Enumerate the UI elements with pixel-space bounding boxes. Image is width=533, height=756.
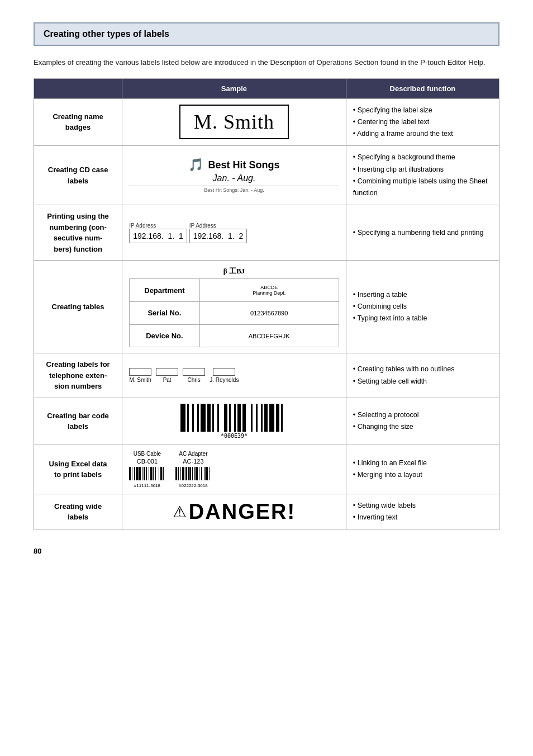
phone-label-1: M. Smith: [129, 377, 151, 383]
excel-num-1: CB-001: [137, 458, 158, 465]
ip-label-1: IP Address: [129, 223, 156, 229]
excel-num-2: AC-123: [183, 458, 203, 465]
t-cell-device: Device No.: [130, 324, 199, 347]
t-cell-serial-val: 01234567890: [199, 302, 339, 325]
table-header-text: β 工BJ: [129, 266, 339, 276]
numbering-sample: IP Address 192.168. 1. 1 IP Address 192.…: [129, 223, 339, 243]
row-sample-3: β 工BJ Department ABCDEPlanning Dept. Ser…: [122, 261, 346, 353]
function-item-4-0: Creating tables with no outlines: [353, 363, 492, 375]
function-item-1-2: Combining multiple labels using the Shee…: [353, 176, 492, 200]
function-item-0-2: Adding a frame around the text: [353, 128, 492, 140]
excel-sub-2: #022222-3618: [179, 483, 208, 488]
page-header: Creating other types of labels: [34, 22, 499, 46]
row-label-7: Creating widelabels: [34, 494, 122, 530]
ip-box-1: 192.168. 1. 1: [129, 229, 187, 243]
function-item-0-0: Specifying the label size: [353, 105, 492, 116]
wide-icon: ⚠: [173, 503, 187, 521]
function-item-5-0: Selecting a protocol: [353, 409, 492, 421]
wide-inner: ⚠ DANGER!: [173, 500, 296, 524]
row-label-5: Creating bar codelabels: [34, 398, 122, 445]
excel-barcode-2: [175, 466, 212, 481]
phone-rect-1: [129, 368, 151, 376]
table-sample: β 工BJ Department ABCDEPlanning Dept. Ser…: [129, 266, 339, 347]
col3-header: Described function: [346, 78, 499, 98]
row-sample-2: IP Address 192.168. 1. 1 IP Address 192.…: [122, 205, 346, 261]
t-cell-device-val: ABCDEFGHJK: [199, 324, 339, 347]
row-label-2: Printing using thenumbering (con-secutiv…: [34, 205, 122, 261]
row-functions-3: Inserting a tableCombining cellsTyping t…: [346, 261, 499, 353]
barcode-sample: *000E39*: [129, 404, 339, 439]
phone-rect-4: [213, 368, 235, 376]
ip-box-2: 192.168. 1. 2: [189, 229, 248, 243]
intro-text: Examples of creating the various labels …: [34, 57, 499, 68]
row-sample-5: *000E39*: [122, 398, 346, 445]
row-label-0: Creating namebadges: [34, 98, 122, 146]
barcode-text: *000E39*: [221, 433, 248, 439]
excel-sample: USB Cable CB-001 #11111-3618 AC Adapter …: [129, 451, 339, 488]
phone-cell-1: M. Smith: [129, 368, 151, 383]
phone-label-4: J. Reynolds: [210, 377, 239, 383]
wide-sample: ⚠ DANGER!: [129, 500, 339, 524]
row-functions-6: Linking to an Excel fileMerging into a l…: [346, 445, 499, 494]
excel-block-2: AC Adapter AC-123 #022222-3618: [175, 451, 212, 488]
phone-label-2: Pat: [163, 377, 172, 383]
cd-case-sample: 🎵 Best Hit Songs Jan. - Aug. Best Hit So…: [129, 158, 339, 193]
row-label-6: Using Excel datato print labels: [34, 445, 122, 494]
function-item-6-0: Linking to an Excel file: [353, 457, 492, 469]
phone-rect-3: [183, 368, 205, 376]
name-badge-sample: M. Smith: [179, 105, 289, 139]
row-label-1: Creating CD caselabels: [34, 146, 122, 205]
col2-header: Sample: [122, 78, 346, 98]
excel-title-1: USB Cable: [134, 451, 161, 457]
function-item-2-0: Specifying a numbering field and printin…: [353, 227, 492, 239]
excel-barcode-1: [129, 466, 165, 481]
page-title: Creating other types of labels: [44, 29, 489, 39]
row-label-3: Creating tables: [34, 261, 122, 353]
phone-cell-2: Pat: [156, 368, 178, 383]
barcode-bars: [180, 404, 288, 432]
function-item-7-1: Inverting text: [353, 512, 492, 523]
function-item-3-1: Combining cells: [353, 301, 492, 313]
function-item-1-0: Specifying a background theme: [353, 152, 492, 163]
t-cell-serial: Serial No.: [130, 302, 199, 325]
main-table: Sample Described function Creating nameb…: [34, 78, 499, 530]
function-item-0-1: Centering the label text: [353, 116, 492, 128]
row-functions-5: Selecting a protocolChanging the size: [346, 398, 499, 445]
phone-rect-2: [156, 368, 178, 376]
row-sample-7: ⚠ DANGER!: [122, 494, 346, 530]
phone-label-3: Chris: [187, 377, 200, 383]
col1-header: [34, 78, 122, 98]
function-item-4-1: Setting table cell width: [353, 376, 492, 388]
function-item-7-0: Setting wide labels: [353, 500, 492, 512]
excel-sub-1: #11111-3618: [134, 483, 160, 488]
row-functions-4: Creating tables with no outlinesSetting …: [346, 353, 499, 398]
phone-cell-4: J. Reynolds: [210, 368, 239, 383]
excel-block-1: USB Cable CB-001 #11111-3618: [129, 451, 165, 488]
sample-inner-table: Department ABCDEPlanning Dept. Serial No…: [129, 278, 339, 347]
row-sample-0: M. Smith: [122, 98, 346, 146]
phone-sample: M. Smith Pat Chris J. Reynolds: [129, 368, 339, 383]
ip-label-2: IP Address: [189, 223, 216, 229]
function-item-3-0: Inserting a table: [353, 289, 492, 301]
t-cell-dept-val: ABCDEPlanning Dept.: [199, 279, 339, 302]
excel-title-2: AC Adapter: [179, 451, 207, 457]
cd-subtitle: Jan. - Aug.: [213, 173, 256, 183]
phone-cell-3: Chris: [183, 368, 205, 383]
row-functions-2: Specifying a numbering field and printin…: [346, 205, 499, 261]
wide-text: DANGER!: [189, 500, 296, 524]
t-cell-dept: Department: [130, 279, 199, 302]
row-functions-7: Setting wide labelsInverting text: [346, 494, 499, 530]
cd-icon: 🎵: [188, 158, 203, 172]
row-sample-6: USB Cable CB-001 #11111-3618 AC Adapter …: [122, 445, 346, 494]
row-label-4: Creating labels fortelephone exten-sion …: [34, 353, 122, 398]
page-number: 80: [34, 547, 499, 555]
cd-title: Best Hit Songs: [208, 159, 279, 171]
function-item-3-2: Typing text into a table: [353, 313, 492, 324]
row-sample-4: M. Smith Pat Chris J. Reynolds: [122, 353, 346, 398]
function-item-6-1: Merging into a layout: [353, 469, 492, 481]
function-item-5-1: Changing the size: [353, 421, 492, 433]
row-functions-0: Specifying the label sizeCentering the l…: [346, 98, 499, 146]
function-item-1-1: Inserting clip art illustrations: [353, 164, 492, 176]
row-sample-1: 🎵 Best Hit Songs Jan. - Aug. Best Hit So…: [122, 146, 346, 205]
cd-footer: Best Hit Songs: Jan. - Aug.: [129, 186, 339, 193]
